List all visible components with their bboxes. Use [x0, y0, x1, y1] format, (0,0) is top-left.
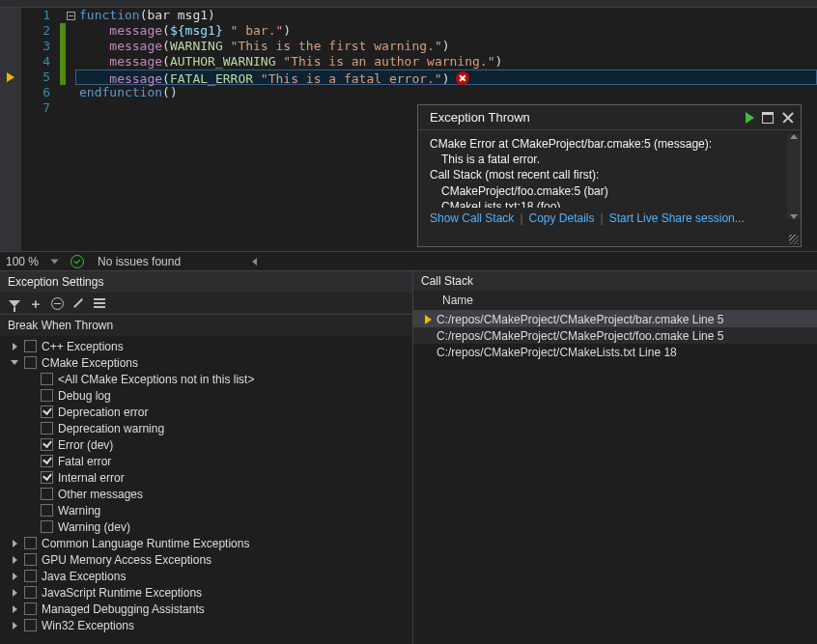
copy-details-link[interactable]: Copy Details	[529, 211, 595, 225]
chevron-right-icon[interactable]	[13, 556, 17, 564]
exception-category[interactable]: Win32 Exceptions	[0, 617, 412, 633]
live-share-link[interactable]: Start Live Share session...	[609, 211, 745, 225]
exception-settings-title: Exception Settings	[0, 271, 412, 293]
checkbox[interactable]	[41, 520, 53, 533]
code-editor[interactable]: 1234567 function(bar msg1) message(${msg…	[0, 8, 817, 251]
exception-category[interactable]: C++ Exceptions	[0, 338, 412, 354]
error-icon[interactable]	[456, 71, 469, 85]
category-label: CMake Exceptions	[42, 356, 138, 370]
continue-icon[interactable]	[746, 112, 754, 124]
nav-prev-icon[interactable]	[252, 258, 257, 266]
category-label: JavaScript Runtime Exceptions	[42, 586, 202, 600]
category-label: C++ Exceptions	[42, 340, 124, 353]
chevron-right-icon[interactable]	[13, 605, 17, 613]
call-stack-row[interactable]: C:/repos/CMakeProject/CMakeLists.txt Lin…	[413, 344, 817, 360]
checkbox[interactable]	[41, 471, 53, 484]
checkbox[interactable]	[24, 537, 37, 549]
exception-item-label: Other messages	[58, 488, 143, 501]
exception-item-label: <All CMake Exceptions not in this list>	[58, 373, 254, 386]
remove-icon[interactable]	[50, 296, 64, 310]
chevron-right-icon[interactable]	[13, 573, 17, 580]
category-label: Managed Debugging Assistants	[42, 602, 205, 616]
code-line[interactable]: message(AUTHOR_WARNING "This is an autho…	[75, 54, 817, 70]
line-number: 6	[21, 85, 50, 100]
checkbox[interactable]	[24, 586, 37, 599]
checkbox[interactable]	[41, 504, 53, 517]
exception-item[interactable]: Other messages	[0, 486, 412, 502]
code-line[interactable]: message(FATAL_ERROR "This is a fatal err…	[75, 70, 817, 85]
exception-item[interactable]: Fatal error	[0, 453, 412, 469]
category-label: Win32 Exceptions	[42, 619, 134, 632]
checkbox[interactable]	[41, 389, 53, 402]
code-line[interactable]: message(WARNING "This is the first warni…	[75, 39, 817, 54]
edit-icon[interactable]	[71, 296, 85, 310]
chevron-down-icon[interactable]	[11, 360, 18, 365]
checkbox[interactable]	[24, 340, 37, 352]
resize-grip-icon[interactable]	[789, 235, 799, 244]
exception-category[interactable]: Common Language Runtime Exceptions	[0, 535, 412, 551]
exception-item[interactable]: <All CMake Exceptions not in this list>	[0, 371, 412, 387]
exception-category[interactable]: JavaScript Runtime Exceptions	[0, 584, 412, 601]
checkbox[interactable]	[24, 619, 37, 631]
exception-item[interactable]: Error (dev)	[0, 436, 412, 453]
code-line[interactable]: function(bar msg1)	[75, 8, 817, 23]
call-stack-panel: Call Stack Name C:/repos/CMakeProject/CM…	[413, 271, 817, 644]
zoom-chevron-icon[interactable]	[51, 259, 59, 264]
call-stack-row[interactable]: C:/repos/CMakeProject/CMakeProject/foo.c…	[413, 327, 817, 344]
filter-icon[interactable]	[8, 296, 21, 310]
line-number: 2	[21, 23, 50, 39]
exception-item[interactable]: Warning (dev)	[0, 518, 412, 535]
code-line[interactable]: endfunction()	[75, 85, 817, 100]
zoom-level[interactable]: 100 %	[6, 255, 39, 268]
exception-item[interactable]: Deprecation warning	[0, 420, 412, 436]
exception-item-label: Error (dev)	[58, 438, 113, 452]
chevron-right-icon[interactable]	[13, 343, 17, 350]
checkbox[interactable]	[41, 373, 53, 385]
checkbox[interactable]	[24, 356, 37, 369]
break-when-thrown-label: Break When Thrown	[0, 315, 412, 336]
exc-callstack-header: Call Stack (most recent call first):	[430, 167, 789, 182]
chevron-right-icon[interactable]	[13, 589, 17, 597]
category-label: GPU Memory Access Exceptions	[42, 553, 211, 567]
chevron-right-icon[interactable]	[13, 622, 17, 630]
checkbox[interactable]	[41, 455, 53, 467]
list-icon[interactable]	[93, 296, 106, 310]
show-call-stack-link[interactable]: Show Call Stack	[430, 211, 514, 225]
checkbox[interactable]	[24, 570, 37, 582]
exception-item-label: Internal error	[58, 471, 125, 485]
checkbox[interactable]	[24, 602, 37, 615]
checkbox[interactable]	[41, 406, 53, 418]
checkbox[interactable]	[41, 438, 53, 451]
exception-category[interactable]: Java Exceptions	[0, 568, 412, 584]
exception-category[interactable]: Managed Debugging Assistants	[0, 601, 412, 617]
exception-category[interactable]: GPU Memory Access Exceptions	[0, 551, 412, 568]
pin-icon[interactable]	[762, 112, 774, 124]
exc-msg-1: CMake Error at CMakeProject/bar.cmake:5 …	[430, 136, 789, 152]
line-number: 7	[21, 100, 50, 116]
check-icon	[70, 255, 84, 268]
code-line[interactable]: message(${msg1} " bar.")	[75, 23, 817, 39]
exception-item[interactable]: Debug log	[0, 387, 412, 404]
chevron-right-icon[interactable]	[13, 540, 17, 547]
close-icon[interactable]	[781, 111, 795, 125]
editor-status-bar: 100 % No issues found	[0, 251, 817, 270]
exception-body: CMake Error at CMakeProject/bar.cmake:5 …	[418, 130, 801, 208]
stack-frame-label: C:/repos/CMakeProject/CMakeProject/bar.c…	[437, 313, 723, 326]
exc-msg-1-detail: This is a fatal error.	[430, 152, 789, 167]
exception-item[interactable]: Deprecation error	[0, 404, 412, 420]
no-issues-label: No issues found	[98, 255, 181, 268]
exception-item[interactable]: Warning	[0, 502, 412, 518]
exception-category[interactable]: CMake Exceptions	[0, 354, 412, 371]
checkbox[interactable]	[41, 422, 53, 434]
exception-item[interactable]: Internal error	[0, 469, 412, 486]
line-number: 3	[21, 39, 50, 54]
checkbox[interactable]	[24, 553, 37, 566]
add-icon[interactable]: +	[29, 296, 42, 310]
stack-frame-label: C:/repos/CMakeProject/CMakeProject/foo.c…	[437, 329, 723, 343]
call-stack-col-name[interactable]: Name	[413, 291, 817, 311]
outline-collapse-icon[interactable]	[67, 12, 75, 20]
exception-item-label: Warning	[58, 504, 100, 518]
exc-scrollbar[interactable]	[787, 134, 801, 219]
checkbox[interactable]	[41, 488, 53, 500]
call-stack-row[interactable]: C:/repos/CMakeProject/CMakeProject/bar.c…	[413, 311, 817, 327]
